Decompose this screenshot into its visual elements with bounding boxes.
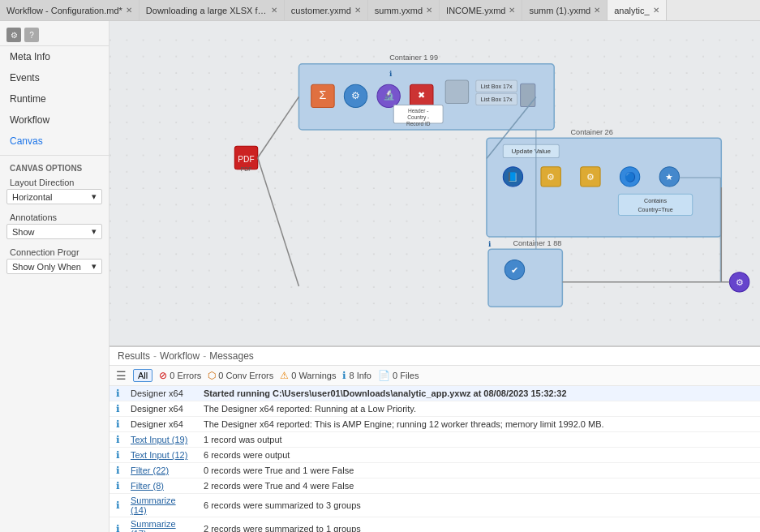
row-icon-cell: ℹ [109, 494, 126, 517]
tab-label: summ.yxmd [375, 6, 423, 15]
source-link[interactable]: Text Input (19) [131, 435, 187, 444]
source-link[interactable]: Summarize (14) [131, 496, 176, 515]
info-row-icon: ℹ [116, 388, 120, 399]
svg-text:⚙: ⚙ [351, 90, 360, 101]
main-container: ⚙ ? Meta InfoEventsRuntimeWorkflowCanvas… [0, 21, 760, 532]
svg-text:✔: ✔ [511, 265, 518, 275]
tab-tab3[interactable]: customer.yxmd✕ [285, 0, 368, 20]
svg-text:📘: 📘 [507, 171, 518, 182]
canvas-area: Container 1 99 Σ ⚙ 🔬 ✖ List Box 17x [109, 21, 760, 532]
chevron-down-icon-3: ▾ [92, 261, 97, 272]
source-text: Designer x64 [131, 404, 183, 414]
svg-text:Update Value: Update Value [512, 148, 552, 155]
tab-close-icon[interactable]: ✕ [509, 6, 515, 15]
tab-tab5[interactable]: INCOME.yxmd✕ [440, 0, 522, 20]
tab-close-icon[interactable]: ✕ [126, 6, 132, 15]
row-source-cell[interactable]: Summarize (14) [126, 494, 199, 517]
layout-direction-select[interactable]: Horizontal ▾ [6, 189, 102, 204]
conv-error-icon: ⬡ [208, 370, 216, 381]
all-button[interactable]: All [133, 369, 152, 382]
errors-label: 0 Errors [170, 371, 201, 380]
tab-close-icon[interactable]: ✕ [594, 6, 600, 15]
log-row: ℹ Summarize (14) 6 records were summariz… [109, 494, 760, 517]
connection-progress-select[interactable]: Show Only When ▾ [6, 259, 102, 274]
row-message-cell: 1 record was output [199, 432, 760, 448]
info-row-icon: ℹ [116, 403, 120, 414]
row-source-cell[interactable]: Text Input (19) [126, 432, 199, 448]
canvas-viewport[interactable]: Container 1 99 Σ ⚙ 🔬 ✖ List Box 17x [109, 21, 760, 345]
svg-text:Container 1 88: Container 1 88 [513, 239, 561, 247]
sidebar-nav-item-runtime[interactable]: Runtime [0, 88, 109, 109]
tab-tab1[interactable]: Workflow - Configuration.md*✕ [0, 0, 140, 20]
tab-close-icon[interactable]: ✕ [426, 6, 432, 15]
source-link[interactable]: Summarize (17) [131, 519, 176, 532]
warn-icon: ⚠ [280, 370, 289, 381]
sidebar-nav-item-canvas[interactable]: Canvas [0, 131, 109, 152]
row-source-cell[interactable]: Summarize (17) [126, 517, 199, 533]
results-messages: Messages [209, 350, 254, 362]
svg-text:Country -: Country - [407, 114, 429, 121]
info-row-icon: ℹ [116, 500, 120, 511]
source-link[interactable]: Text Input (12) [131, 450, 187, 460]
conv-errors-label: 0 Conv Errors [218, 371, 273, 380]
svg-text:List Box 17x: List Box 17x [481, 84, 513, 90]
svg-rect-40 [488, 249, 562, 307]
results-header: Results - Workflow - Messages [109, 347, 760, 366]
row-icon-cell: ℹ [109, 417, 126, 432]
help-icon[interactable]: ? [24, 28, 39, 42]
chevron-down-icon: ▾ [92, 191, 97, 202]
list-icon[interactable]: ☰ [116, 369, 127, 382]
warnings-status: ⚠ 0 Warnings [280, 370, 336, 381]
info-label: 8 Info [349, 371, 371, 380]
sidebar-nav-item-meta-info[interactable]: Meta Info [0, 46, 109, 67]
row-icon-cell: ℹ [109, 401, 126, 417]
info-row-icon: ℹ [116, 418, 120, 430]
row-source-cell[interactable]: Text Input (12) [126, 448, 199, 463]
tab-close-icon[interactable]: ✕ [271, 6, 277, 15]
connection-progress-label: Connection Progr [0, 244, 109, 259]
sidebar-nav-item-events[interactable]: Events [0, 67, 109, 88]
tab-tab6[interactable]: summ (1).yxmd✕ [522, 0, 608, 20]
svg-text:List Box 17x: List Box 17x [481, 97, 513, 103]
row-icon-cell: ℹ [109, 517, 126, 533]
canvas-svg: Container 1 99 Σ ⚙ 🔬 ✖ List Box 17x [109, 21, 760, 345]
tab-close-icon[interactable]: ✕ [354, 6, 361, 15]
row-source-cell: Designer x64 [126, 386, 199, 401]
row-message-cell: Started running C:\Users\user01\Download… [199, 386, 760, 401]
tab-tab7[interactable]: analytic_✕ [608, 0, 666, 21]
sidebar-nav-item-workflow[interactable]: Workflow [0, 109, 109, 131]
tab-label: analytic_ [614, 6, 649, 15]
row-message-cell: 6 records were summarized to 3 groups [199, 494, 760, 517]
results-title: Results [118, 350, 150, 362]
tab-label: Downloading a large XLSX file from a U..… [146, 6, 268, 15]
row-icon-cell: ℹ [109, 478, 126, 494]
connection-progress-value: Show Only When [12, 262, 81, 272]
row-message-cell: 2 records were True and 4 were False [199, 478, 760, 494]
tab-tab2[interactable]: Downloading a large XLSX file from a U..… [140, 0, 285, 20]
svg-text:⚙: ⚙ [736, 277, 744, 287]
row-source-cell[interactable]: Filter (8) [126, 478, 199, 494]
annotations-select[interactable]: Show ▾ [6, 224, 102, 239]
log-table: ℹ Designer x64 Started running C:\Users\… [109, 386, 760, 532]
svg-text:Record ID: Record ID [406, 121, 431, 127]
settings-icon[interactable]: ⚙ [6, 28, 21, 42]
tab-tab4[interactable]: summ.yxmd✕ [368, 0, 440, 20]
tab-close-icon[interactable]: ✕ [653, 6, 659, 15]
svg-text:★: ★ [665, 172, 673, 182]
row-source-cell: Designer x64 [126, 417, 199, 432]
row-message-cell: 2 records were summarized to 1 groups [199, 517, 760, 533]
row-source-cell: Designer x64 [126, 401, 199, 417]
svg-text:Header -: Header - [408, 108, 429, 114]
svg-text:Country=True: Country=True [638, 207, 672, 213]
row-source-cell[interactable]: Filter (22) [126, 463, 199, 478]
svg-text:⚙: ⚙ [586, 172, 595, 182]
source-link[interactable]: Filter (8) [131, 481, 164, 491]
sidebar-canvas-options: CANVAS OPTIONS Layout Direction Horizont… [0, 159, 109, 279]
files-status: 📄 0 Files [378, 370, 419, 381]
annotations-value: Show [12, 227, 35, 237]
row-icon-cell: ℹ [109, 432, 126, 448]
source-link[interactable]: Filter (22) [131, 466, 169, 475]
svg-text:⚙: ⚙ [547, 172, 555, 182]
sidebar-icon-row: ⚙ ? [0, 24, 109, 46]
error-icon: ⊘ [159, 370, 167, 381]
